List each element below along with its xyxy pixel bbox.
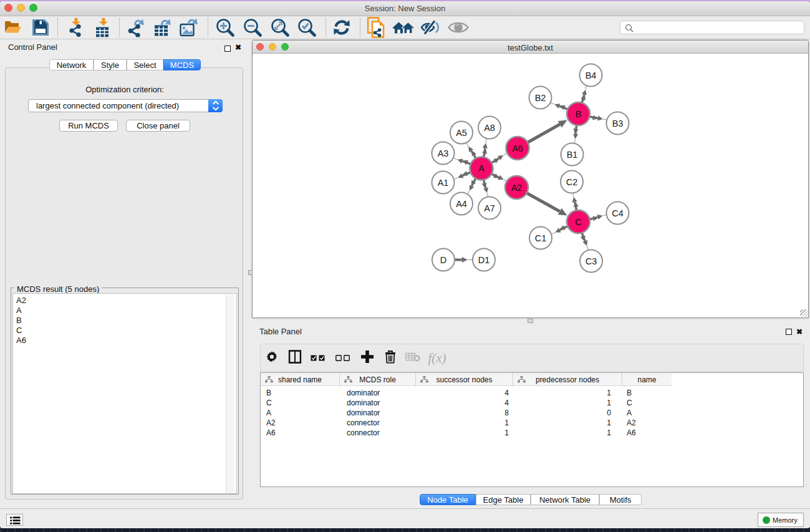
svg-text:A4: A4 xyxy=(456,199,467,209)
svg-text:B2: B2 xyxy=(535,93,546,103)
svg-text:D: D xyxy=(440,255,446,265)
svg-text:D1: D1 xyxy=(478,255,490,265)
svg-text:B: B xyxy=(576,109,582,119)
svg-text:A7: A7 xyxy=(484,203,495,213)
svg-text:A5: A5 xyxy=(456,128,467,138)
svg-text:B1: B1 xyxy=(567,150,578,160)
svg-text:A: A xyxy=(478,163,485,173)
svg-text:B4: B4 xyxy=(586,70,597,80)
svg-text:C4: C4 xyxy=(612,208,624,218)
svg-text:C: C xyxy=(575,217,581,227)
svg-text:A3: A3 xyxy=(438,148,449,158)
svg-text:A6: A6 xyxy=(512,143,523,153)
svg-text:C1: C1 xyxy=(535,233,547,243)
svg-text:C2: C2 xyxy=(566,177,578,187)
svg-text:A2: A2 xyxy=(511,183,523,193)
svg-text:B3: B3 xyxy=(612,118,624,128)
svg-text:C3: C3 xyxy=(586,256,597,266)
svg-text:A1: A1 xyxy=(438,178,449,188)
svg-text:A8: A8 xyxy=(484,123,495,133)
